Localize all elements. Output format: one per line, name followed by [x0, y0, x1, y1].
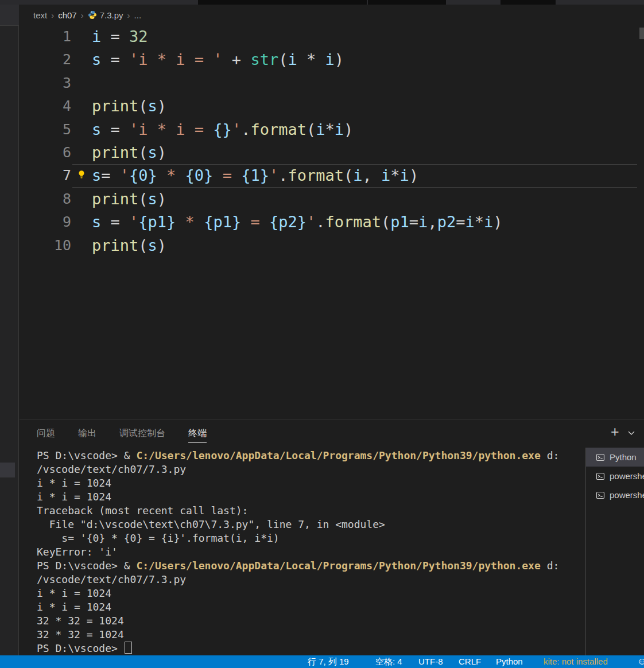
breadcrumb-symbol-more[interactable]: ... [134, 10, 142, 20]
breadcrumb-folder[interactable]: ch07 [58, 10, 77, 20]
new-terminal-button[interactable]: + [611, 424, 619, 440]
tab-shadow [501, 0, 556, 5]
token: i [353, 166, 362, 184]
code-editor[interactable]: 1i = 322s = 'i * i = ' + str(i * i)34pri… [20, 25, 644, 420]
terminal-label: Python [610, 452, 637, 462]
token: s [148, 236, 157, 254]
code-line[interactable]: 1i = 32 [20, 25, 644, 48]
token: s= '{0} * {0} = {i}'.format(i, i*i) [37, 532, 280, 544]
statusbar-cursor-position[interactable]: 行 7, 列 19 [308, 655, 349, 668]
token: i [418, 213, 428, 231]
token: * [475, 213, 484, 231]
statusbar-language[interactable]: Python [496, 655, 523, 668]
line-number[interactable]: 2 [20, 48, 71, 71]
code-line[interactable]: 5s = 'i * i = {}'.format(i*i) [20, 118, 644, 141]
chevron-down-icon[interactable] [627, 428, 635, 436]
panel-tab[interactable]: 问题 [37, 428, 55, 443]
token: . [241, 121, 250, 138]
terminal-line: i * i = 1024 [37, 600, 585, 614]
code-text: s = '{p1} * {p1} = {p2}'.format(p1=i,p2=… [71, 211, 502, 234]
statusbar-encoding[interactable]: UTF-8 [418, 655, 443, 668]
line-number[interactable]: 4 [20, 95, 71, 118]
status-bar: 行 7, 列 19空格: 4UTF-8CRLFPythonkite: not i… [0, 655, 644, 668]
statusbar-feedback[interactable]: ☺ [637, 655, 644, 668]
panel-tab[interactable]: 终端 [188, 428, 207, 443]
code-line[interactable]: 8print(s) [20, 188, 644, 211]
token: p1 [390, 213, 409, 231]
panel-actions: + [611, 424, 635, 440]
token: * [176, 213, 204, 231]
vscode-window: text › ch07 › 7.3.py › ... 1i = 322s = '… [0, 0, 644, 668]
terminal-list-item[interactable]: Python [586, 448, 644, 467]
token: d: [541, 449, 560, 461]
lightbulb-icon[interactable] [77, 170, 86, 179]
code-text: i = 32 [71, 25, 148, 48]
panel-tabs: 问题输出调试控制台终端 [20, 420, 644, 443]
breadcrumb-file[interactable]: 7.3.py [100, 10, 123, 20]
token: * [325, 121, 334, 138]
token: File "d:\vscode\text\ch07\7.3.py", line … [37, 518, 385, 530]
code-text: s = 'i * i = ' + str(i * i) [71, 48, 344, 71]
terminal-line: 32 * 32 = 1024 [37, 614, 585, 628]
token: ) [335, 51, 344, 68]
terminal-line: Traceback (most recent call last): [37, 504, 585, 518]
token: ) [157, 97, 166, 115]
statusbar-kite[interactable]: kite: not installed [544, 655, 608, 668]
line-number[interactable]: 9 [20, 211, 71, 234]
token: i [325, 51, 334, 68]
token: i [400, 166, 409, 184]
token: KeyError: 'i' [37, 546, 118, 558]
terminal-output[interactable]: PS D:\vscode> & C:/Users/lenovo/AppData/… [20, 446, 585, 655]
line-number[interactable]: 7 [20, 164, 71, 187]
code-text: print(s) [71, 188, 166, 211]
code-line[interactable]: 3 [20, 72, 644, 95]
token: i [92, 28, 101, 45]
panel-tab[interactable]: 调试控制台 [119, 428, 165, 443]
code-line[interactable]: 4print(s) [20, 95, 644, 118]
line-number[interactable]: 6 [20, 141, 71, 164]
token: {p1} [204, 213, 241, 231]
terminal-line: i * i = 1024 [37, 587, 585, 600]
code-line[interactable]: 6print(s) [20, 141, 644, 164]
tab-shadow [368, 0, 446, 5]
panel-tab[interactable]: 输出 [78, 428, 96, 443]
code-line[interactable]: 9s = '{p1} * {p1} = {p2}'.format(p1=i,p2… [20, 211, 644, 234]
terminal-list-item[interactable]: powershell [586, 486, 644, 504]
panel-scroll-handle[interactable] [0, 463, 15, 477]
token: = [101, 166, 120, 184]
token: ( [381, 213, 390, 231]
token: = [456, 213, 465, 231]
line-number[interactable]: 8 [20, 188, 71, 211]
terminal-list-item[interactable]: powershell [586, 467, 644, 486]
token: * [390, 166, 399, 184]
code-text [71, 72, 92, 95]
line-number[interactable]: 3 [20, 72, 71, 95]
breadcrumb-folder[interactable]: text [33, 10, 47, 20]
statusbar-indentation[interactable]: 空格: 4 [375, 655, 402, 668]
token: i [335, 121, 344, 138]
terminal-label: powershell [610, 490, 644, 500]
token: {p1} [138, 213, 176, 231]
panel-body: PS D:\vscode> & C:/Users/lenovo/AppData/… [20, 446, 644, 655]
terminal-icon [596, 491, 605, 500]
scrollbar-thumb[interactable] [639, 28, 644, 39]
code-text: s = 'i * i = {}'.format(i*i) [71, 118, 353, 141]
line-number[interactable]: 10 [20, 234, 71, 257]
bottom-panel: 问题输出调试控制台终端 + PS D:\vscode> & C:/Users/l… [20, 420, 644, 655]
terminal-line: PS D:\vscode> & C:/Users/lenovo/AppData/… [37, 449, 585, 463]
code-line[interactable]: 7s= '{0} * {0} = {1}'.format(i, i*i) [20, 164, 644, 187]
code-line[interactable]: 10print(s) [20, 234, 644, 257]
statusbar-eol[interactable]: CRLF [459, 655, 481, 668]
token: C:/Users/lenovo/AppData/Local/Programs/P… [136, 560, 540, 572]
token: Traceback (most recent call last): [37, 504, 248, 516]
token: str [250, 51, 278, 68]
line-number[interactable]: 5 [20, 118, 71, 141]
activity-bar-top [0, 5, 19, 26]
token: ) [157, 236, 166, 254]
token: d: [541, 560, 560, 572]
token: ) [409, 166, 418, 184]
token: format [288, 166, 344, 184]
line-number[interactable]: 1 [20, 25, 71, 48]
token: , [428, 213, 437, 231]
code-line[interactable]: 2s = 'i * i = ' + str(i * i) [20, 48, 644, 71]
